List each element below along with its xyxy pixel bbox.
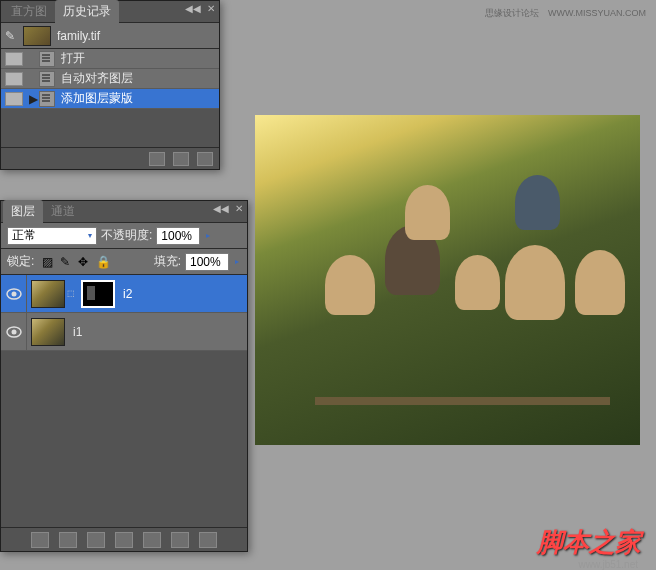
history-tabbar: 直方图 历史记录 ◀◀ ✕: [1, 1, 219, 23]
snapshot-name: family.tif: [57, 29, 100, 43]
link-layers-icon[interactable]: [31, 532, 49, 548]
visibility-toggle[interactable]: [1, 313, 27, 351]
lock-label: 锁定:: [7, 253, 34, 270]
blend-opacity-row: 正常▾ 不透明度: 100% ▸: [1, 223, 247, 249]
history-checkbox[interactable]: [5, 72, 23, 86]
history-item-align[interactable]: 自动对齐图层: [1, 69, 219, 89]
opacity-input[interactable]: 100%: [156, 227, 200, 245]
trash-icon[interactable]: [197, 152, 213, 166]
visibility-toggle[interactable]: [1, 275, 27, 313]
eye-icon: [6, 326, 22, 338]
group-icon[interactable]: [143, 532, 161, 548]
watermark-forum: 思缘设计论坛 WWW.MISSYUAN.COM: [479, 6, 646, 20]
layer-mask-thumbnail[interactable]: [81, 280, 115, 308]
opacity-label: 不透明度:: [101, 227, 152, 244]
tab-history[interactable]: 历史记录: [55, 0, 119, 23]
mask-icon[interactable]: [87, 532, 105, 548]
lock-fill-row: 锁定: ▨ ✎ ✥ 🔒 填充: 100% ▸: [1, 249, 247, 275]
layer-name[interactable]: i1: [73, 325, 82, 339]
new-layer-icon[interactable]: [171, 532, 189, 548]
history-footer: [1, 147, 219, 169]
opacity-flyout[interactable]: ▸: [204, 231, 212, 240]
canvas-image: [255, 115, 640, 445]
svg-point-3: [11, 329, 16, 334]
layer-row-i2[interactable]: ⬚ i2: [1, 275, 247, 313]
tab-histogram[interactable]: 直方图: [3, 0, 55, 23]
lock-transparency-icon[interactable]: ▨: [42, 255, 56, 269]
tab-layers[interactable]: 图层: [3, 200, 43, 223]
history-snapshot-row[interactable]: ✎ family.tif: [1, 23, 219, 49]
fx-icon[interactable]: [59, 532, 77, 548]
lock-all-icon[interactable]: 🔒: [96, 255, 110, 269]
tab-channels[interactable]: 通道: [43, 200, 83, 223]
eye-icon: [6, 288, 22, 300]
adjustment-icon[interactable]: [115, 532, 133, 548]
close-icon[interactable]: ✕: [235, 203, 243, 214]
watermark-url: www.jb51.net: [579, 559, 638, 570]
layers-list: ⬚ i2 i1: [1, 275, 247, 351]
link-icon: ⬚: [67, 289, 77, 298]
history-list: 打开 自动对齐图层 ▶ 添加图层蒙版: [1, 49, 219, 109]
document-icon: [39, 91, 55, 107]
blend-mode-select[interactable]: 正常▾: [7, 227, 97, 245]
layers-footer: [1, 527, 247, 551]
history-panel: 直方图 历史记录 ◀◀ ✕ ✎ family.tif 打开 自动对齐图层 ▶ 添…: [0, 0, 220, 170]
trash-icon[interactable]: [199, 532, 217, 548]
watermark-brand: 脚本之家: [537, 525, 641, 560]
snapshot-thumb: [23, 26, 51, 46]
layer-thumbnail[interactable]: [31, 280, 65, 308]
history-checkbox[interactable]: [5, 92, 23, 106]
layer-row-i1[interactable]: i1: [1, 313, 247, 351]
document-icon: [39, 71, 55, 87]
snapshot-icon[interactable]: [173, 152, 189, 166]
collapse-icon[interactable]: ◀◀: [213, 203, 229, 214]
lock-move-icon[interactable]: ✥: [78, 255, 92, 269]
collapse-icon[interactable]: ◀◀: [185, 3, 201, 14]
history-item-open[interactable]: 打开: [1, 49, 219, 69]
fill-input[interactable]: 100%: [185, 253, 229, 271]
layers-tabbar: 图层 通道 ◀◀ ✕: [1, 201, 247, 223]
document-icon: [39, 51, 55, 67]
history-checkbox[interactable]: [5, 52, 23, 66]
history-item-addmask[interactable]: ▶ 添加图层蒙版: [1, 89, 219, 109]
fill-label: 填充:: [154, 253, 181, 270]
layer-name[interactable]: i2: [123, 287, 132, 301]
svg-point-1: [11, 291, 16, 296]
layer-thumbnail[interactable]: [31, 318, 65, 346]
new-document-icon[interactable]: [149, 152, 165, 166]
close-icon[interactable]: ✕: [207, 3, 215, 14]
fill-flyout[interactable]: ▸: [233, 257, 241, 266]
layers-panel: 图层 通道 ◀◀ ✕ 正常▾ 不透明度: 100% ▸ 锁定: ▨ ✎ ✥ 🔒 …: [0, 200, 248, 552]
lock-paint-icon[interactable]: ✎: [60, 255, 74, 269]
